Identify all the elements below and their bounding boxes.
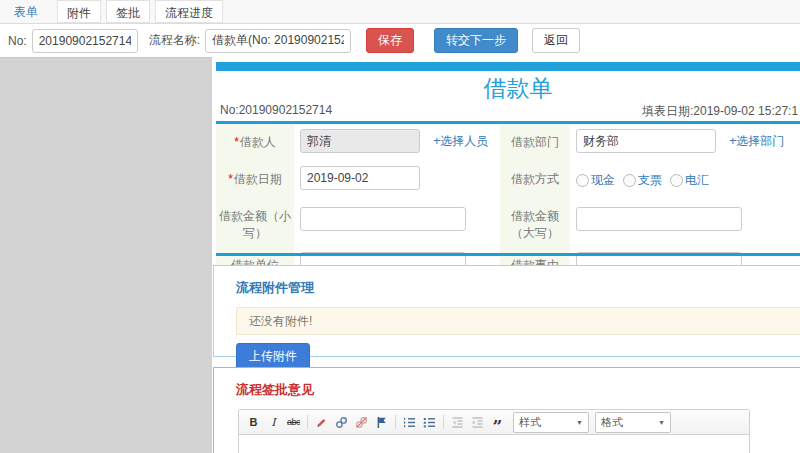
borrower-label: *借款人 (216, 125, 294, 162)
chevron-down-icon: ▼ (658, 419, 665, 426)
link-icon[interactable] (332, 413, 351, 431)
no-attachments-message: 还没有附件! (236, 307, 800, 335)
divider-line-top (216, 121, 800, 124)
approval-section-title: 流程签批意见 (214, 368, 800, 399)
required-mark: * (234, 135, 239, 149)
radio-wire-transfer[interactable]: 电汇 (670, 172, 709, 189)
amount-uppercase-field (570, 199, 800, 243)
action-toolbar: No: 流程名称: 保存 转交下一步 返回 (0, 24, 800, 57)
remove-format-icon[interactable] (312, 413, 331, 431)
loan-date-field (294, 162, 500, 194)
tab-attachments[interactable]: 附件 (57, 0, 101, 23)
tab-process-progress[interactable]: 流程进度 (155, 0, 223, 23)
select-person-link[interactable]: +选择人员 (433, 134, 488, 148)
tab-form[interactable]: 表单 (0, 0, 52, 23)
select-department-link[interactable]: +选择部门 (729, 134, 784, 148)
attachments-section-title: 流程附件管理 (214, 266, 800, 297)
department-field: +选择部门 (570, 125, 800, 157)
amount-lowercase-field (294, 199, 500, 243)
fill-date: 填表日期:2019-09-02 15:27:1 (642, 103, 798, 120)
process-name-label: 流程名称: (149, 32, 200, 49)
page: 表单 附件 签批 流程进度 No: 流程名称: 保存 转交下一步 返回 借款单 … (0, 0, 800, 453)
radio-cash[interactable]: 现金 (576, 172, 615, 189)
toolbar-separator (395, 415, 396, 429)
loan-date-input[interactable] (300, 166, 420, 190)
borrower-field: +选择人员 (294, 125, 500, 157)
loan-method-label: 借款方式 (500, 162, 570, 199)
radio-circle-icon[interactable] (576, 174, 589, 187)
save-button[interactable]: 保存 (366, 28, 414, 53)
back-button[interactable]: 返回 (532, 28, 580, 53)
form-panel: 借款单 No:20190902152714 填表日期:2019-09-02 15… (212, 57, 800, 453)
radio-circle-icon[interactable] (670, 174, 683, 187)
borrower-input[interactable] (300, 129, 420, 153)
rich-text-editor: B I abc (238, 409, 750, 453)
tab-bar: 表单 附件 签批 流程进度 (0, 0, 800, 24)
amount-uppercase-label: 借款金额（大写） (500, 199, 570, 248)
editor-content-area[interactable] (239, 435, 749, 453)
editor-toolbar: B I abc (239, 410, 749, 435)
outdent-icon[interactable] (448, 413, 467, 431)
form-title: 借款单 (212, 73, 800, 104)
no-input[interactable] (32, 29, 138, 53)
approval-section: 流程签批意见 B I abc (213, 367, 800, 453)
unlink-icon[interactable] (352, 413, 371, 431)
no-label: No: (8, 34, 27, 48)
toolbar-separator (307, 415, 308, 429)
numbered-list-icon[interactable] (400, 413, 419, 431)
process-name-input[interactable] (205, 29, 351, 53)
divider-line-bottom (216, 253, 800, 256)
required-mark: * (228, 172, 233, 186)
italic-icon[interactable]: I (264, 413, 283, 431)
forward-next-step-button[interactable]: 转交下一步 (434, 28, 518, 53)
amount-lowercase-input[interactable] (300, 207, 466, 231)
indent-icon[interactable] (468, 413, 487, 431)
bullet-list-icon[interactable] (420, 413, 439, 431)
strikethrough-icon[interactable]: abc (284, 413, 303, 431)
bold-icon[interactable]: B (244, 413, 263, 431)
chevron-down-icon: ▼ (576, 419, 583, 426)
styles-dropdown[interactable]: 样式▼ (513, 412, 589, 433)
attachments-section: 流程附件管理 还没有附件! 上传附件 (213, 265, 800, 357)
anchor-flag-icon[interactable] (372, 413, 391, 431)
tab-approval[interactable]: 签批 (106, 0, 150, 23)
form-header-bar (216, 62, 800, 71)
radio-circle-icon[interactable] (623, 174, 636, 187)
department-input[interactable] (576, 129, 716, 153)
format-dropdown[interactable]: 格式▼ (595, 412, 671, 433)
department-label: 借款部门 (500, 125, 570, 162)
header: 表单 附件 签批 流程进度 No: 流程名称: 保存 转交下一步 返回 (0, 0, 800, 58)
amount-lowercase-label: 借款金额（小写） (216, 199, 294, 248)
upload-attachment-button[interactable]: 上传附件 (236, 343, 310, 370)
loan-date-label: *借款日期 (216, 162, 294, 199)
blockquote-icon[interactable]: ” (488, 413, 507, 431)
radio-cheque[interactable]: 支票 (623, 172, 662, 189)
toolbar-separator (443, 415, 444, 429)
loan-method-field: 现金 支票 电汇 (570, 162, 800, 194)
document-number: No:20190902152714 (220, 103, 332, 117)
amount-uppercase-input[interactable] (576, 207, 742, 231)
